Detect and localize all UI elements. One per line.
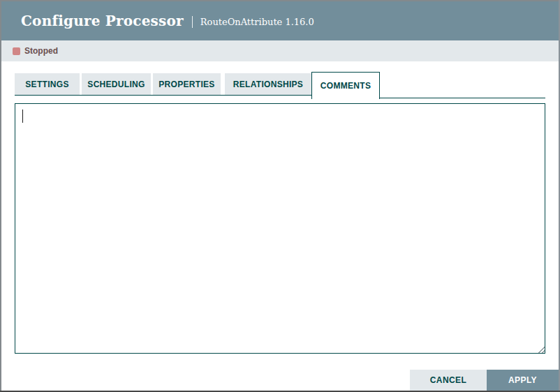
tab-properties-label: PROPERTIES: [159, 80, 214, 89]
configure-processor-dialog: Configure Processor RouteOnAttribute 1.1…: [0, 0, 560, 392]
apply-button-label: APPLY: [508, 375, 537, 385]
tab-settings[interactable]: SETTINGS: [15, 73, 80, 95]
apply-button[interactable]: APPLY: [487, 370, 559, 391]
tab-settings-label: SETTINGS: [25, 80, 68, 89]
stop-square-icon: [13, 47, 20, 55]
cancel-button-label: CANCEL: [430, 375, 466, 385]
tab-comments[interactable]: COMMENTS: [311, 72, 380, 99]
title-separator: [192, 16, 193, 28]
cancel-button[interactable]: CANCEL: [410, 370, 487, 391]
dialog-header: Configure Processor RouteOnAttribute 1.1…: [1, 1, 559, 40]
tab-rule-right: [380, 98, 545, 98]
tab-relationships[interactable]: RELATIONSHIPS: [225, 73, 311, 95]
tab-properties[interactable]: PROPERTIES: [153, 73, 221, 95]
tab-relationships-label: RELATIONSHIPS: [233, 80, 303, 89]
tab-comments-label: COMMENTS: [320, 81, 371, 91]
tab-rule-left: [15, 95, 311, 96]
dialog-title: Configure Processor: [21, 13, 184, 29]
status-bar: Stopped: [1, 40, 559, 61]
tab-scheduling-label: SCHEDULING: [87, 80, 145, 89]
tab-scheduling[interactable]: SCHEDULING: [82, 73, 151, 95]
processor-type-version: RouteOnAttribute 1.16.0: [200, 17, 314, 27]
comments-textarea[interactable]: [15, 103, 545, 354]
status-label: Stopped: [24, 46, 58, 56]
